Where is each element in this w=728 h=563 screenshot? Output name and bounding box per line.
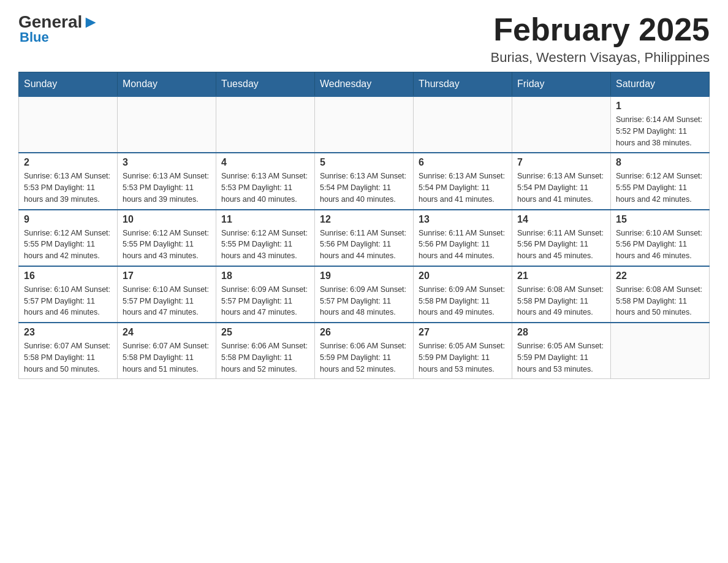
day-number: 24: [123, 327, 211, 338]
day-number: 22: [616, 270, 704, 282]
day-info: Sunrise: 6:10 AM Sunset: 5:56 PM Dayligh…: [616, 228, 704, 262]
table-row: 6Sunrise: 6:13 AM Sunset: 5:54 PM Daylig…: [414, 153, 512, 209]
col-friday: Friday: [512, 72, 611, 97]
day-info: Sunrise: 6:05 AM Sunset: 5:59 PM Dayligh…: [419, 340, 507, 375]
day-number: 17: [123, 270, 211, 282]
col-wednesday: Wednesday: [315, 72, 414, 97]
day-info: Sunrise: 6:06 AM Sunset: 5:59 PM Dayligh…: [320, 340, 408, 375]
day-info: Sunrise: 6:12 AM Sunset: 5:55 PM Dayligh…: [221, 228, 309, 262]
table-row: 2Sunrise: 6:13 AM Sunset: 5:53 PM Daylig…: [19, 153, 118, 209]
day-number: 16: [24, 270, 112, 282]
table-row: 26Sunrise: 6:06 AM Sunset: 5:59 PM Dayli…: [315, 323, 414, 379]
table-row: 28Sunrise: 6:05 AM Sunset: 5:59 PM Dayli…: [512, 323, 611, 379]
day-number: 25: [221, 327, 309, 338]
calendar-week-row: 2Sunrise: 6:13 AM Sunset: 5:53 PM Daylig…: [19, 153, 710, 209]
table-row: [512, 96, 611, 153]
day-number: 15: [616, 214, 704, 225]
day-info: Sunrise: 6:07 AM Sunset: 5:58 PM Dayligh…: [24, 340, 112, 375]
day-number: 19: [320, 270, 408, 282]
table-row: 25Sunrise: 6:06 AM Sunset: 5:58 PM Dayli…: [216, 323, 315, 379]
day-info: Sunrise: 6:09 AM Sunset: 5:57 PM Dayligh…: [221, 284, 309, 318]
table-row: 27Sunrise: 6:05 AM Sunset: 5:59 PM Dayli…: [414, 323, 512, 379]
table-row: 15Sunrise: 6:10 AM Sunset: 5:56 PM Dayli…: [611, 210, 710, 266]
table-row: 10Sunrise: 6:12 AM Sunset: 5:55 PM Dayli…: [118, 210, 216, 266]
table-row: 11Sunrise: 6:12 AM Sunset: 5:55 PM Dayli…: [216, 210, 315, 266]
calendar-week-row: 1Sunrise: 6:14 AM Sunset: 5:52 PM Daylig…: [19, 96, 710, 153]
table-row: 8Sunrise: 6:12 AM Sunset: 5:55 PM Daylig…: [611, 153, 710, 209]
table-row: 3Sunrise: 6:13 AM Sunset: 5:53 PM Daylig…: [118, 153, 216, 209]
day-number: 1: [616, 101, 704, 112]
table-row: [216, 96, 315, 153]
page-title: February 2025: [491, 12, 710, 47]
table-row: 1Sunrise: 6:14 AM Sunset: 5:52 PM Daylig…: [611, 96, 710, 153]
day-info: Sunrise: 6:13 AM Sunset: 5:54 PM Dayligh…: [517, 170, 605, 205]
col-sunday: Sunday: [19, 72, 118, 97]
table-row: 22Sunrise: 6:08 AM Sunset: 5:58 PM Dayli…: [611, 266, 710, 323]
page-header: General ► Blue February 2025 Burias, Wes…: [18, 12, 710, 66]
day-info: Sunrise: 6:07 AM Sunset: 5:58 PM Dayligh…: [123, 340, 211, 375]
calendar-week-row: 9Sunrise: 6:12 AM Sunset: 5:55 PM Daylig…: [19, 210, 710, 266]
day-info: Sunrise: 6:13 AM Sunset: 5:53 PM Dayligh…: [221, 170, 309, 205]
day-number: 7: [517, 157, 605, 168]
day-number: 11: [221, 214, 309, 225]
day-info: Sunrise: 6:10 AM Sunset: 5:57 PM Dayligh…: [123, 284, 211, 318]
day-number: 10: [123, 214, 211, 225]
table-row: 24Sunrise: 6:07 AM Sunset: 5:58 PM Dayli…: [118, 323, 216, 379]
table-row: 18Sunrise: 6:09 AM Sunset: 5:57 PM Dayli…: [216, 266, 315, 323]
day-number: 3: [123, 157, 211, 168]
day-info: Sunrise: 6:08 AM Sunset: 5:58 PM Dayligh…: [517, 284, 605, 318]
table-row: [414, 96, 512, 153]
table-row: 17Sunrise: 6:10 AM Sunset: 5:57 PM Dayli…: [118, 266, 216, 323]
day-number: 27: [419, 327, 507, 338]
day-number: 21: [517, 270, 605, 282]
table-row: 12Sunrise: 6:11 AM Sunset: 5:56 PM Dayli…: [315, 210, 414, 266]
day-info: Sunrise: 6:11 AM Sunset: 5:56 PM Dayligh…: [320, 228, 408, 262]
day-info: Sunrise: 6:13 AM Sunset: 5:53 PM Dayligh…: [24, 170, 112, 205]
table-row: [118, 96, 216, 153]
day-number: 8: [616, 157, 704, 168]
day-info: Sunrise: 6:11 AM Sunset: 5:56 PM Dayligh…: [419, 228, 507, 262]
table-row: 23Sunrise: 6:07 AM Sunset: 5:58 PM Dayli…: [19, 323, 118, 379]
day-info: Sunrise: 6:05 AM Sunset: 5:59 PM Dayligh…: [517, 340, 605, 375]
calendar-week-row: 16Sunrise: 6:10 AM Sunset: 5:57 PM Dayli…: [19, 266, 710, 323]
table-row: 7Sunrise: 6:13 AM Sunset: 5:54 PM Daylig…: [512, 153, 611, 209]
day-info: Sunrise: 6:13 AM Sunset: 5:54 PM Dayligh…: [419, 170, 507, 205]
day-number: 23: [24, 327, 112, 338]
table-row: 9Sunrise: 6:12 AM Sunset: 5:55 PM Daylig…: [19, 210, 118, 266]
day-number: 4: [221, 157, 309, 168]
day-info: Sunrise: 6:13 AM Sunset: 5:54 PM Dayligh…: [320, 170, 408, 205]
day-info: Sunrise: 6:13 AM Sunset: 5:53 PM Dayligh…: [123, 170, 211, 205]
day-number: 28: [517, 327, 605, 338]
day-info: Sunrise: 6:10 AM Sunset: 5:57 PM Dayligh…: [24, 284, 112, 318]
title-block: February 2025 Burias, Western Visayas, P…: [491, 12, 710, 66]
table-row: 20Sunrise: 6:09 AM Sunset: 5:58 PM Dayli…: [414, 266, 512, 323]
day-info: Sunrise: 6:12 AM Sunset: 5:55 PM Dayligh…: [24, 228, 112, 262]
day-number: 5: [320, 157, 408, 168]
table-row: 19Sunrise: 6:09 AM Sunset: 5:57 PM Dayli…: [315, 266, 414, 323]
col-saturday: Saturday: [611, 72, 710, 97]
day-info: Sunrise: 6:12 AM Sunset: 5:55 PM Dayligh…: [616, 170, 704, 205]
table-row: [19, 96, 118, 153]
day-info: Sunrise: 6:11 AM Sunset: 5:56 PM Dayligh…: [517, 228, 605, 262]
day-number: 2: [24, 157, 112, 168]
table-row: 14Sunrise: 6:11 AM Sunset: 5:56 PM Dayli…: [512, 210, 611, 266]
table-row: [611, 323, 710, 379]
calendar-header-row: Sunday Monday Tuesday Wednesday Thursday…: [19, 72, 710, 97]
logo-sub: Blue: [20, 29, 49, 45]
day-info: Sunrise: 6:06 AM Sunset: 5:58 PM Dayligh…: [221, 340, 309, 375]
col-tuesday: Tuesday: [216, 72, 315, 97]
day-number: 20: [419, 270, 507, 282]
table-row: 13Sunrise: 6:11 AM Sunset: 5:56 PM Dayli…: [414, 210, 512, 266]
col-monday: Monday: [118, 72, 216, 97]
day-info: Sunrise: 6:09 AM Sunset: 5:58 PM Dayligh…: [419, 284, 507, 318]
table-row: [315, 96, 414, 153]
calendar-table: Sunday Monday Tuesday Wednesday Thursday…: [18, 72, 710, 379]
logo-blue-text: ►: [82, 12, 99, 32]
table-row: 21Sunrise: 6:08 AM Sunset: 5:58 PM Dayli…: [512, 266, 611, 323]
day-number: 13: [419, 214, 507, 225]
table-row: 16Sunrise: 6:10 AM Sunset: 5:57 PM Dayli…: [19, 266, 118, 323]
day-number: 9: [24, 214, 112, 225]
day-info: Sunrise: 6:14 AM Sunset: 5:52 PM Dayligh…: [616, 114, 704, 148]
table-row: 4Sunrise: 6:13 AM Sunset: 5:53 PM Daylig…: [216, 153, 315, 209]
day-number: 6: [419, 157, 507, 168]
